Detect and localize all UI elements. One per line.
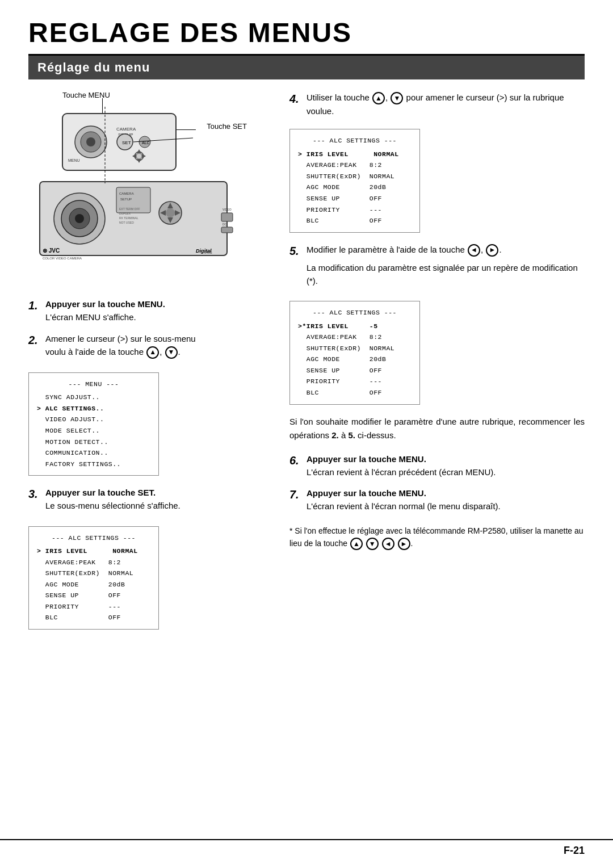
menu-row-mode: MODE SELECT..	[37, 425, 150, 437]
svg-rect-41	[221, 227, 233, 233]
svg-text:DUPLEX: DUPLEX	[119, 212, 131, 215]
svg-text:NOT USED: NOT USED	[119, 221, 134, 224]
alc3-blc: BLC OFF	[298, 387, 412, 399]
alc3-priority: PRIORITY ---	[298, 376, 412, 387]
step-2-line1: Amener le curseur (>) sur le sous-menu	[45, 334, 196, 343]
step-6-content: Appuyer sur la touche MENU. L'écran revi…	[306, 452, 585, 479]
svg-text:⊗ JVC: ⊗ JVC	[43, 248, 60, 254]
alc1-avg: AVERAGE:PEAK 8:2	[37, 557, 150, 568]
alc3-agc: AGC MODE 20dB	[298, 354, 412, 365]
right-column: 4. Utiliser la touche ▲, ▼ pour amener l…	[289, 91, 585, 640]
down-btn: ▼	[165, 346, 178, 359]
alc1-priority: PRIORITY ---	[37, 601, 150, 613]
alc-box-1: --- ALC SETTINGS --- > IRIS LEVEL NORMAL…	[28, 526, 159, 630]
svg-text:IRIS: IRIS	[204, 250, 212, 254]
alc1-shutter: SHUTTER(ExDR) NORMAL	[37, 568, 150, 579]
alc1-iris: > IRIS LEVEL NORMAL	[37, 546, 150, 557]
step-3: 3. Appuyer sur la touche SET. Le sous-me…	[28, 486, 267, 513]
step4-down-icon: ▼	[391, 92, 403, 104]
step-5-continue: Si l'on souhaite modifier le paramètre d…	[289, 415, 585, 442]
step-6-number: 6.	[289, 452, 302, 468]
svg-point-22	[75, 214, 84, 223]
svg-point-31	[166, 208, 175, 217]
touche-menu-label: Touche MENU	[62, 91, 110, 99]
alc2-sense: SENSE UP OFF	[298, 193, 412, 204]
svg-text:DC: DC	[222, 223, 227, 226]
step-3-content: Appuyer sur la touche SET. Le sous-menu …	[45, 486, 267, 513]
step4-up-icon: ▲	[372, 92, 385, 104]
menu-row-alc: > ALC SETTINGS..	[37, 403, 150, 414]
fn-up-icon: ▲	[350, 538, 363, 550]
step-5-para1: La modification du paramètre est signalé…	[306, 261, 585, 288]
alc2-iris: > IRIS LEVEL NORMAL	[298, 149, 412, 160]
alc-box-2-title: --- ALC SETTINGS ---	[298, 135, 412, 146]
step-1-line1: Appuyer sur la touche MENU.	[45, 299, 165, 309]
svg-point-16	[137, 154, 141, 158]
main-content: Touche MENU Touche SET CAMERA	[28, 91, 585, 640]
step-3-number: 3.	[28, 486, 41, 502]
alc-box-3: --- ALC SETTINGS --- >*IRIS LEVEL -5 AVE…	[289, 301, 420, 404]
fn-right-icon: ►	[398, 538, 410, 550]
page-container: REGLAGE DES MENUS Réglage du menu Touche…	[0, 0, 613, 868]
alc3-shutter: SHUTTER(ExDR) NORMAL	[298, 343, 412, 354]
alc2-blc: BLC OFF	[298, 215, 412, 227]
alc2-avg: AVERAGE:PEAK 8:2	[298, 160, 412, 171]
step-1-line2: L'écran MENU s'affiche.	[45, 312, 136, 322]
svg-point-3	[86, 137, 95, 146]
svg-text:CAMERA: CAMERA	[119, 192, 134, 195]
step-6-line2: L'écran revient à l'écran précédent (écr…	[306, 467, 496, 477]
alc2-agc: AGC MODE 20dB	[298, 182, 412, 193]
menu-box-1: --- MENU --- SYNC ADJUST.. > ALC SETTING…	[28, 372, 159, 476]
alc1-sense: SENSE UP OFF	[37, 590, 150, 601]
step-1-content: Appuyer sur la touche MENU. L'écran MENU…	[45, 297, 267, 324]
step-7-line2: L'écran revient à l'écran normal (le men…	[306, 501, 501, 511]
alc-box-1-title: --- ALC SETTINGS ---	[37, 532, 150, 544]
alc3-sense: SENSE UP OFF	[298, 365, 412, 376]
step-4-content: Utiliser la touche ▲, ▼ pour amener le c…	[306, 91, 585, 118]
step-3-line2: Le sous-menu sélectionné s'affiche.	[45, 501, 180, 510]
step-2-content: Amener le curseur (>) sur le sous-menu v…	[45, 332, 267, 359]
svg-text:RX TERMINAL: RX TERMINAL	[119, 216, 138, 220]
menu-box-1-title: --- MENU ---	[37, 379, 150, 390]
step-7-number: 7.	[289, 487, 302, 502]
footnote: * Si l'on effectue le réglage avec la té…	[289, 525, 585, 551]
svg-text:VIDEO: VIDEO	[222, 208, 232, 211]
alc1-agc: AGC MODE 20dB	[37, 579, 150, 590]
step-1: 1. Appuyer sur la touche MENU. L'écran M…	[28, 297, 267, 324]
step-6-line1: Appuyer sur la touche MENU.	[306, 454, 426, 464]
step-6: 6. Appuyer sur la touche MENU. L'écran r…	[289, 452, 585, 479]
step-4: 4. Utiliser la touche ▲, ▼ pour amener l…	[289, 91, 585, 118]
alc-box-3-title: --- ALC SETTINGS ---	[298, 307, 412, 318]
page-title: REGLAGE DES MENUS	[28, 17, 585, 56]
left-column: Touche MENU Touche SET CAMERA	[28, 91, 267, 640]
step-1-number: 1.	[28, 297, 41, 313]
step-5-content: Modifier le paramètre à l'aide de la tou…	[306, 243, 585, 288]
menu-row-comm: COMMUNICATION..	[37, 447, 150, 459]
fn-down-icon: ▼	[366, 538, 379, 550]
alc2-priority: PRIORITY ---	[298, 204, 412, 216]
step-2-number: 2.	[28, 332, 41, 348]
menu-row-video: VIDEO ADJUST..	[37, 414, 150, 425]
alc3-iris: >*IRIS LEVEL -5	[298, 321, 412, 332]
camera-svg: CAMERA SETUP SET ALC MENU	[28, 99, 238, 264]
step-7-content: Appuyer sur la touche MENU. L'écran revi…	[306, 487, 585, 513]
svg-text:SETUP: SETUP	[120, 198, 132, 201]
step-7: 7. Appuyer sur la touche MENU. L'écran r…	[289, 487, 585, 513]
fn-left-icon: ◄	[382, 538, 394, 550]
svg-text:COLOR VIDEO CAMERA: COLOR VIDEO CAMERA	[43, 257, 82, 260]
bottom-bar: F-21	[0, 839, 613, 857]
menu-row-motion: MOTION DETECT..	[37, 437, 150, 448]
menu-row-factory: FACTORY SETTINGS..	[37, 459, 150, 470]
section-header: Réglage du menu	[28, 56, 585, 79]
svg-text:MENU: MENU	[68, 158, 80, 162]
menu-row-sync: SYNC ADJUST..	[37, 392, 150, 403]
alc2-shutter: SHUTTER(ExDR) NORMAL	[298, 171, 412, 182]
up-btn: ▲	[146, 346, 159, 359]
step-5: 5. Modifier le paramètre à l'aide de la …	[289, 243, 585, 288]
alc3-avg: AVERAGE:PEAK 8:2	[298, 332, 412, 343]
step5-right-icon: ►	[486, 244, 498, 257]
step-5-number: 5.	[289, 243, 302, 259]
step5-left-icon: ◄	[468, 244, 480, 257]
camera-diagram: Touche MENU Touche SET CAMERA	[28, 91, 255, 284]
alc-box-2: --- ALC SETTINGS --- > IRIS LEVEL NORMAL…	[289, 129, 420, 232]
